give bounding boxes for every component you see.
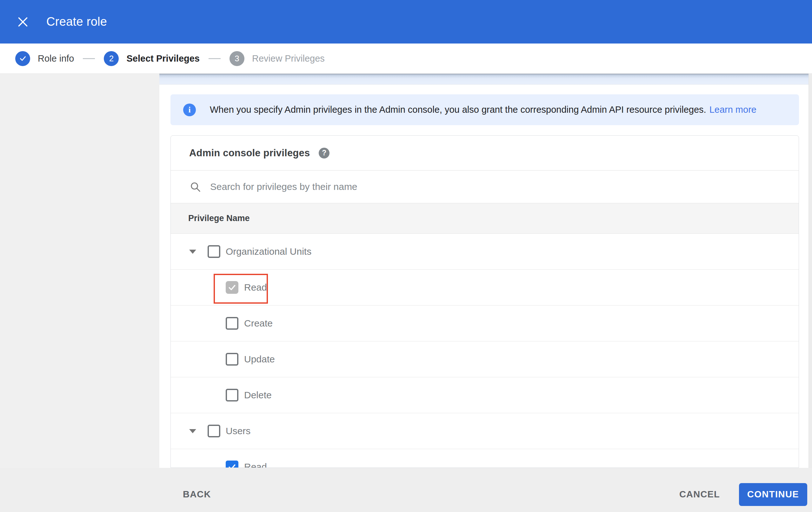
stepper: Role info 2 Select Privileges 3 Review P… <box>0 44 812 74</box>
learn-more-link[interactable]: Learn more <box>709 105 756 115</box>
privilege-row-read: Read <box>171 270 799 305</box>
admin-privileges-card: Admin console privileges ? Privilege Nam… <box>171 135 799 468</box>
content-panel: i When you specify Admin privileges in t… <box>160 74 812 468</box>
checkbox-read[interactable] <box>226 461 238 468</box>
privilege-label[interactable]: Read <box>244 461 267 468</box>
step-connector <box>208 58 221 59</box>
dialog-header: Create role <box>0 0 812 44</box>
privilege-row-read: Read <box>171 449 799 468</box>
continue-button[interactable]: CONTINUE <box>739 483 807 506</box>
step-check-icon <box>15 51 30 66</box>
step-connector <box>83 58 95 59</box>
info-banner: i When you specify Admin privileges in t… <box>171 94 799 125</box>
checkbox-users[interactable] <box>208 425 220 437</box>
expand-collapse-icon[interactable] <box>189 250 196 254</box>
step-number: 3 <box>230 51 244 66</box>
help-icon[interactable]: ? <box>319 148 329 159</box>
info-icon: i <box>183 104 196 116</box>
back-button[interactable]: BACK <box>180 485 214 504</box>
step-number: 2 <box>104 51 119 66</box>
main-area: i When you specify Admin privileges in t… <box>0 74 812 468</box>
privilege-label[interactable]: Update <box>244 354 275 365</box>
scrollbar[interactable] <box>809 74 812 468</box>
privilege-row-delete: Delete <box>171 377 799 413</box>
step-label: Select Privileges <box>126 53 200 64</box>
privilege-row-users: Users <box>171 413 799 449</box>
scrolled-banner-edge <box>160 74 809 84</box>
search-icon <box>189 181 201 193</box>
dialog-title: Create role <box>46 15 107 29</box>
left-panel <box>0 74 160 468</box>
checkbox-update[interactable] <box>226 353 238 366</box>
checkbox-read[interactable] <box>226 281 238 294</box>
table-column-header: Privilege Name <box>171 203 799 234</box>
close-icon[interactable] <box>16 15 30 29</box>
step-role-info[interactable]: Role info <box>15 51 74 66</box>
create-role-dialog: Create role Role info 2 Select Privilege… <box>0 0 812 512</box>
privilege-row-update: Update <box>171 342 799 377</box>
step-review-privileges[interactable]: 3 Review Privileges <box>230 51 325 66</box>
privilege-label[interactable]: Read <box>244 282 267 293</box>
checkbox-delete[interactable] <box>226 389 238 402</box>
privilege-row-create: Create <box>171 305 799 342</box>
checkbox-create[interactable] <box>226 317 238 330</box>
privilege-label[interactable]: Organizational Units <box>226 246 311 257</box>
privilege-label[interactable]: Create <box>244 318 273 329</box>
privilege-label[interactable]: Users <box>226 426 251 436</box>
privilege-row-organizational-units: Organizational Units <box>171 234 799 270</box>
step-label: Review Privileges <box>252 53 325 64</box>
step-label: Role info <box>38 53 74 64</box>
privilege-label[interactable]: Delete <box>244 390 272 401</box>
expand-collapse-icon[interactable] <box>189 429 196 433</box>
step-select-privileges[interactable]: 2 Select Privileges <box>104 51 200 66</box>
privilege-rows: Organizational UnitsReadCreateUpdateDele… <box>171 234 799 468</box>
card-title: Admin console privileges <box>189 147 310 159</box>
search-row <box>171 170 799 203</box>
footer-bar: BACK CANCEL CONTINUE <box>0 468 812 512</box>
checkbox-organizational-units[interactable] <box>208 245 220 258</box>
info-banner-text: When you specify Admin privileges in the… <box>210 105 706 115</box>
cancel-button[interactable]: CANCEL <box>676 485 723 504</box>
card-title-row: Admin console privileges ? <box>171 136 799 170</box>
search-input[interactable] <box>210 181 655 192</box>
